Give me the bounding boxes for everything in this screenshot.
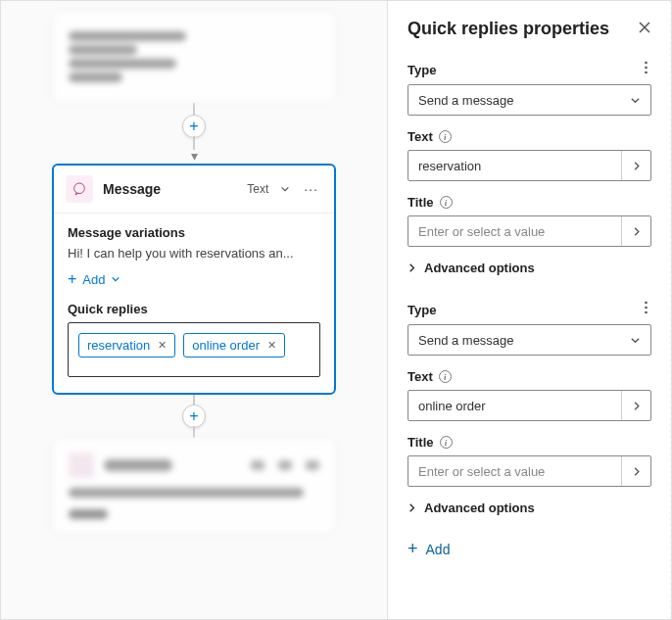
chevron-down-icon (111, 274, 120, 284)
text-input-wrap (408, 390, 651, 421)
info-icon[interactable]: i (440, 436, 453, 449)
chevron-right-icon (408, 262, 416, 273)
item-more-menu[interactable] (641, 301, 651, 318)
info-icon[interactable]: i (439, 130, 452, 143)
title-input[interactable] (408, 224, 621, 239)
advanced-label: Advanced options (424, 501, 535, 515)
text-label: Text (408, 129, 433, 144)
text-input-wrap (408, 150, 651, 181)
type-value: Send a message (418, 93, 514, 108)
advanced-options-toggle[interactable]: Advanced options (408, 261, 651, 275)
svg-point-1 (645, 62, 648, 65)
svg-point-4 (645, 302, 648, 305)
type-select[interactable]: Send a message (408, 324, 651, 356)
svg-point-6 (645, 311, 648, 314)
node-output-type[interactable]: Text (247, 182, 268, 196)
title-input-wrap (408, 215, 651, 247)
text-label: Text (408, 369, 433, 384)
add-node-button[interactable]: + (182, 115, 206, 138)
connector-line (193, 426, 195, 438)
variations-label: Message variations (68, 225, 320, 240)
properties-panel: Quick replies properties Type Send a mes… (387, 1, 671, 619)
message-icon (66, 175, 93, 203)
quick-reply-chip[interactable]: online order ✕ (183, 333, 285, 358)
variation-preview[interactable]: Hi! I can help you with reservations an.… (68, 246, 320, 261)
node-card-blurred-top (52, 11, 336, 103)
panel-title: Quick replies properties (408, 19, 609, 39)
plus-icon: + (408, 539, 418, 559)
item-more-menu[interactable] (641, 61, 651, 78)
quick-replies-label: Quick replies (68, 302, 320, 316)
message-node-card[interactable]: Message Text ··· Message variations Hi! … (52, 164, 336, 395)
info-icon[interactable]: i (439, 370, 452, 383)
quick-replies-editor[interactable]: reservation ✕ online order ✕ (68, 322, 320, 377)
close-panel-button[interactable] (638, 21, 651, 38)
remove-chip-icon[interactable]: ✕ (267, 339, 276, 352)
text-input[interactable] (408, 159, 621, 173)
svg-point-0 (74, 183, 85, 194)
plus-icon: + (68, 270, 76, 288)
chevron-down-icon[interactable] (280, 184, 290, 194)
chevron-down-icon (630, 95, 641, 106)
add-variation-button[interactable]: + Add (68, 270, 120, 288)
info-icon[interactable]: i (440, 196, 453, 209)
text-input[interactable] (408, 399, 621, 413)
quick-reply-chip[interactable]: reservation ✕ (78, 333, 175, 358)
expand-input-button[interactable] (621, 216, 650, 246)
expand-input-button[interactable] (621, 151, 650, 180)
expand-input-button[interactable] (621, 456, 650, 486)
type-label: Type (408, 63, 436, 77)
type-select[interactable]: Send a message (408, 84, 651, 116)
svg-point-3 (645, 72, 648, 74)
svg-point-5 (645, 307, 648, 310)
panel-add-label: Add (426, 542, 451, 557)
node-title: Message (103, 181, 237, 197)
chip-label: reservation (87, 338, 150, 353)
title-input[interactable] (408, 464, 621, 479)
chip-label: online order (192, 338, 260, 353)
advanced-label: Advanced options (424, 261, 535, 275)
chevron-right-icon (408, 502, 416, 513)
advanced-options-toggle[interactable]: Advanced options (408, 501, 651, 515)
node-card-blurred-bottom (52, 438, 336, 534)
title-label: Title (408, 195, 434, 210)
chevron-down-icon (630, 335, 641, 346)
expand-input-button[interactable] (621, 391, 650, 420)
node-header: Message Text ··· (54, 166, 334, 214)
type-label: Type (408, 303, 436, 317)
add-quick-reply-button[interactable]: + Add (408, 539, 450, 559)
svg-point-2 (645, 67, 648, 70)
arrow-down-icon: ▾ (1, 148, 387, 164)
add-node-button[interactable]: + (182, 405, 206, 428)
title-label: Title (408, 435, 434, 450)
panel-header: Quick replies properties (408, 19, 651, 39)
node-more-menu[interactable]: ··· (300, 181, 322, 197)
remove-chip-icon[interactable]: ✕ (158, 339, 167, 352)
title-input-wrap (408, 455, 651, 487)
add-variation-label: Add (82, 272, 105, 287)
flow-canvas: + ▾ Message Text ··· Message variations … (1, 1, 387, 619)
type-value: Send a message (418, 333, 514, 348)
node-body: Message variations Hi! I can help you wi… (54, 214, 334, 393)
